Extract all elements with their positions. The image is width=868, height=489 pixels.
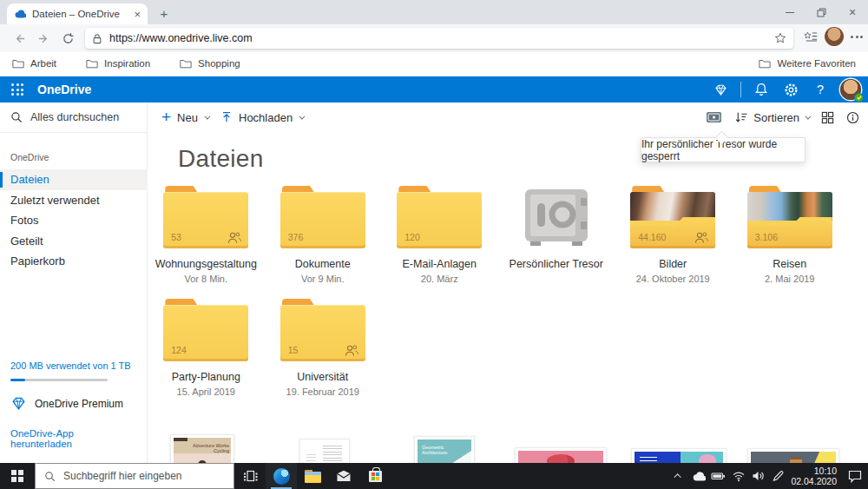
vault-tile-persoenlicher-tresor[interactable]: Persönlicher Tresor xyxy=(498,186,615,284)
upload-button[interactable]: Hochladen xyxy=(220,102,303,132)
window-close-button[interactable]: × xyxy=(837,0,868,24)
main-content: Dateien Ihr persönlicher Tresor wurde ge… xyxy=(148,132,868,463)
window-restore-button[interactable] xyxy=(806,0,837,24)
browser-profile-avatar[interactable] xyxy=(825,27,844,46)
page-title: Dateien xyxy=(178,145,264,173)
back-button[interactable] xyxy=(9,28,30,49)
shared-people-icon xyxy=(694,231,709,244)
sidebar-item-fotos[interactable]: Fotos xyxy=(0,210,148,231)
task-view-button[interactable] xyxy=(234,463,266,489)
folder-icon: 376 xyxy=(279,186,366,250)
app-launcher-icon[interactable] xyxy=(4,76,30,102)
taskbar-search[interactable] xyxy=(35,463,234,489)
account-avatar[interactable] xyxy=(840,79,861,100)
item-count: 120 xyxy=(404,232,420,242)
action-center-icon[interactable] xyxy=(842,463,868,489)
folder-icon: 120 xyxy=(396,186,483,250)
sidebar-item-geteilt[interactable]: Geteilt xyxy=(0,231,148,252)
info-icon[interactable] xyxy=(846,111,859,124)
item-count: 15 xyxy=(288,345,299,355)
upload-button-label: Hochladen xyxy=(239,111,293,124)
sort-icon xyxy=(734,111,748,123)
taskbar-clock[interactable]: 10:10 02.04.2020 xyxy=(788,466,842,486)
start-button[interactable] xyxy=(0,463,35,489)
favorite-item-inspiration[interactable]: Inspiration xyxy=(86,58,150,69)
favorite-item-shopping[interactable]: Shopping xyxy=(180,58,240,69)
favorites-list-icon[interactable] xyxy=(804,30,818,43)
favorites-bar: Arbeit Inspiration Shopping Weitere Favo… xyxy=(0,52,868,75)
search-input[interactable] xyxy=(30,111,135,123)
bookmark-star-icon[interactable] xyxy=(774,32,786,44)
folder-icon xyxy=(759,58,771,69)
browser-tab[interactable]: Dateien – OneDrive × xyxy=(7,3,148,24)
folder-tile-party-planung[interactable]: 124 Party-Planung 15. April 2019 xyxy=(148,299,265,397)
vault-status-icon[interactable] xyxy=(706,111,722,123)
premium-diamond-icon[interactable] xyxy=(707,76,733,102)
search-icon xyxy=(44,471,56,482)
address-bar[interactable]: https://www.onedrive.live.com xyxy=(85,28,793,49)
folder-tile-email-anlagen[interactable]: 120 E-Mail-Anlagen 20. März xyxy=(381,186,498,284)
folder-grid-row-1: 53 Wohnungsgestaltung Vor 8 Min. 376 Dok… xyxy=(148,186,848,284)
storage-progress-fill xyxy=(10,379,25,381)
sort-button[interactable]: Sortieren xyxy=(734,111,809,124)
sidebar-item-zuletzt-verwendet[interactable]: Zuletzt verwendet xyxy=(0,190,148,211)
pen-icon[interactable] xyxy=(768,463,788,489)
new-button[interactable]: + Neu xyxy=(161,102,208,132)
taskbar-search-input[interactable] xyxy=(63,470,220,482)
more-favorites[interactable]: Weitere Favoriten xyxy=(759,58,856,69)
header-divider xyxy=(740,82,741,97)
browser-menu-icon[interactable] xyxy=(851,36,863,38)
onedrive-brand[interactable]: OneDrive xyxy=(37,83,91,96)
settings-gear-icon[interactable] xyxy=(778,76,804,102)
folder-tile-bilder[interactable]: 44.160 Bilder 24. Oktober 2019 xyxy=(615,186,732,284)
help-icon[interactable]: ? xyxy=(807,76,833,102)
folder-name: Dokumente xyxy=(295,258,351,270)
favorite-item-arbeit[interactable]: Arbeit xyxy=(12,58,56,69)
storage-progress-bar xyxy=(10,379,108,381)
taskbar-edge-icon[interactable] xyxy=(266,463,297,489)
wifi-icon[interactable] xyxy=(728,463,748,489)
folder-tile-universitaet[interactable]: 15 Universität 19. Februar 2019 xyxy=(265,299,382,397)
upload-icon xyxy=(220,111,233,123)
item-count: 124 xyxy=(171,345,187,355)
folder-date: 19. Februar 2019 xyxy=(286,387,359,397)
search-box[interactable] xyxy=(0,102,148,132)
preview-title: Geometric Architecture xyxy=(422,445,451,455)
storage-link[interactable]: 200 MB verwendet von 1 TB xyxy=(10,360,137,371)
download-app-link[interactable]: OneDrive-App herunterladen xyxy=(10,428,137,449)
forward-button[interactable] xyxy=(33,28,54,49)
folder-tile-dokumente[interactable]: 376 Dokumente Vor 9 Min. xyxy=(265,186,382,284)
folder-date: 20. März xyxy=(421,274,458,284)
folder-date: 15. April 2019 xyxy=(177,387,235,397)
taskbar-store-icon[interactable] xyxy=(359,463,391,489)
url-text[interactable]: https://www.onedrive.live.com xyxy=(109,32,767,44)
sidebar-item-dateien[interactable]: Dateien xyxy=(0,169,148,190)
folder-tile-wohnungsgestaltung[interactable]: 53 Wohnungsgestaltung Vor 8 Min. xyxy=(148,186,265,284)
folder-name: Persönlicher Tresor xyxy=(510,258,603,270)
notifications-bell-icon[interactable] xyxy=(748,76,774,102)
show-hidden-icons[interactable] xyxy=(668,463,688,489)
folder-icon xyxy=(86,58,98,69)
new-tab-button[interactable]: + xyxy=(156,6,172,22)
premium-row[interactable]: OneDrive Premium xyxy=(10,396,137,411)
folder-thumbnail xyxy=(747,192,832,221)
sidebar-item-papierkorb[interactable]: Papierkorb xyxy=(0,251,148,272)
window-minimize-button[interactable] xyxy=(774,0,806,24)
tab-close-icon[interactable]: × xyxy=(134,9,141,20)
folder-name: E-Mail-Anlagen xyxy=(403,258,477,270)
refresh-button[interactable] xyxy=(57,28,78,49)
folder-date: 2. Mai 2019 xyxy=(765,274,814,284)
photo-folder-icon: 44.160 xyxy=(629,186,716,250)
onedrive-tray-icon[interactable] xyxy=(688,463,708,489)
desktop-screen: Dateien – OneDrive × + × https://www.one… xyxy=(0,0,868,489)
folder-name: Universität xyxy=(297,371,348,383)
battery-icon[interactable] xyxy=(708,463,728,489)
favorite-label: Shopping xyxy=(198,58,240,69)
folder-tile-reisen[interactable]: 3.106 Reisen 2. Mai 2019 xyxy=(732,186,849,284)
taskbar-mail-icon[interactable] xyxy=(328,463,359,489)
volume-icon[interactable] xyxy=(748,463,768,489)
onedrive-cloud-icon xyxy=(14,10,26,18)
browser-toolbar: https://www.onedrive.live.com xyxy=(0,24,868,52)
taskbar-explorer-icon[interactable] xyxy=(297,463,328,489)
grid-view-icon[interactable] xyxy=(821,111,834,124)
